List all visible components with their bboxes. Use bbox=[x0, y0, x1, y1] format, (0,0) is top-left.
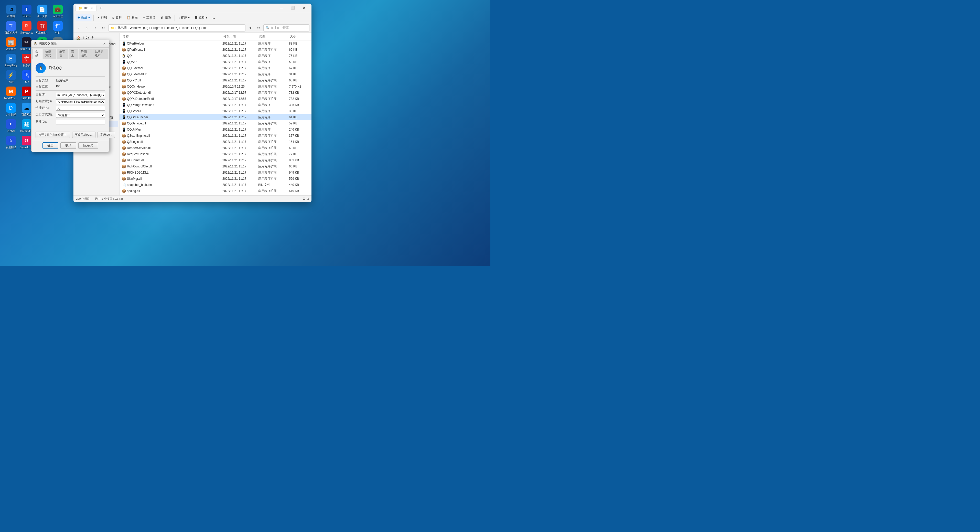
more-btn[interactable]: ... bbox=[210, 15, 217, 21]
table-row[interactable]: 📦 RequestHost.dll 2022/11/21 11:17 应用程序扩… bbox=[119, 151, 312, 157]
table-row[interactable]: 📦 QSLogic.dll 2022/11/21 11:17 应用程序扩展 16… bbox=[119, 139, 312, 145]
desktop-icon-everything[interactable]: E Everything bbox=[4, 53, 18, 68]
search-box[interactable]: 🔍 在 Bin 中搜索 bbox=[263, 24, 309, 32]
table-row[interactable]: 📱 QQScLauncher 2022/11/21 11:17 应用程序 61 … bbox=[119, 114, 312, 120]
address-refresh2-btn[interactable]: ↻ bbox=[255, 25, 262, 31]
desktop-icon-dingding[interactable]: 钉 钉钉 bbox=[51, 20, 65, 35]
desktop-icon-baidu-input[interactable]: 百 百度输入法 bbox=[4, 20, 18, 35]
sort-btn[interactable]: ↕ 排序 ▾ bbox=[177, 14, 192, 21]
ok-btn[interactable]: 确定 bbox=[43, 142, 58, 149]
table-row[interactable]: 📦 QQExternalEx 2022/11/21 11:17 应用程序 31 … bbox=[119, 71, 312, 77]
breadcrumb-c[interactable]: Windows (C:) bbox=[130, 26, 148, 30]
rename-btn[interactable]: ✏ 重命名 bbox=[141, 14, 158, 21]
folder-tab-icon: 📁 bbox=[78, 6, 83, 10]
table-row[interactable]: 📦 QPerfMon.dll 2022/11/21 11:17 应用程序扩展 6… bbox=[119, 46, 312, 53]
col-name[interactable]: 名称 bbox=[122, 34, 223, 39]
col-date[interactable]: 修改日期 bbox=[223, 34, 258, 39]
view-list-icon[interactable]: ☰ bbox=[303, 197, 305, 201]
open-location-btn[interactable]: 打开文件所在的位置(F) bbox=[36, 132, 70, 138]
table-row[interactable]: 📦 spdlog.dll 2022/11/21 11:17 应用程序扩展 649… bbox=[119, 188, 312, 194]
address-dropdown-btn[interactable]: ▾ bbox=[247, 25, 254, 31]
breadcrumb-programfiles[interactable]: Program Files (x86) bbox=[151, 26, 178, 30]
dialog-tab-detail[interactable]: 详细信息 bbox=[79, 49, 92, 59]
table-row[interactable]: 📦 SkinMgr.dll 2022/11/21 11:17 应用程序扩展 52… bbox=[119, 176, 312, 182]
desktop-icon-computer[interactable]: 🖥 此电脑 bbox=[4, 4, 18, 19]
table-row[interactable]: 📦 QQOcrHelper 2020/10/9 11:26 应用程序扩展 7,9… bbox=[119, 83, 312, 89]
up-btn[interactable]: ↑ bbox=[92, 25, 99, 31]
view-icon: ☰ bbox=[195, 16, 197, 19]
delete-btn[interactable]: 🗑 删除 bbox=[159, 14, 173, 21]
file-type: 应用程序扩展 bbox=[258, 146, 289, 150]
table-row[interactable]: 📦 RichControlOle.dll 2022/11/21 11:17 应用… bbox=[119, 163, 312, 169]
breadcrumb-bin[interactable]: Bin bbox=[203, 26, 207, 30]
desktop-icon-jinshan[interactable]: 📄 金山文档 bbox=[35, 4, 49, 19]
breadcrumb-qq[interactable]: QQ bbox=[195, 26, 200, 30]
dialog-close-btn[interactable]: ✕ bbox=[102, 41, 107, 46]
desktop-icon-sogou[interactable]: 搜 搜狗输入法 bbox=[19, 20, 33, 35]
breadcrumb-tencent[interactable]: Tencent bbox=[181, 26, 192, 30]
desktop-icon-mindmaster[interactable]: M MindMaster... bbox=[4, 86, 18, 100]
runmode-select[interactable]: 常规窗口 bbox=[56, 113, 105, 118]
file-type-icon: 📦 bbox=[122, 66, 126, 70]
table-row[interactable]: 📦 QQExternal 2022/11/21 11:17 应用程序 67 KB bbox=[119, 65, 312, 71]
view-grid-icon[interactable]: ⊞ bbox=[307, 197, 309, 201]
table-row[interactable]: 📦 QQService.dll 2022/11/21 11:17 应用程序扩展 … bbox=[119, 120, 312, 126]
copy-btn[interactable]: ⧉ 复制 bbox=[110, 14, 124, 21]
paste-btn[interactable]: 📋 粘贴 bbox=[125, 14, 140, 21]
forward-btn[interactable]: › bbox=[84, 25, 90, 31]
startdir-input[interactable] bbox=[56, 99, 105, 104]
dialog-tab-previous[interactable]: 以前的版本 bbox=[92, 49, 108, 59]
table-row[interactable]: 📱 QQSafeUD 2022/11/21 11:17 应用程序 38 KB bbox=[119, 108, 312, 114]
desktop-icon-enterprise[interactable]: 🏢 企业助手 bbox=[4, 37, 18, 51]
view-btn[interactable]: ☰ 查看 ▾ bbox=[193, 14, 209, 21]
advanced-btn[interactable]: 高级(D)... bbox=[97, 132, 115, 138]
change-icon-btn[interactable]: 更改图标(C)... bbox=[72, 132, 95, 138]
file-type-icon: 📦 bbox=[122, 152, 126, 156]
close-btn[interactable]: ✕ bbox=[299, 4, 309, 12]
table-row[interactable]: 📦 RICHED20.DLL 2022/11/21 11:17 应用程序扩展 9… bbox=[119, 169, 312, 176]
table-row[interactable]: 📦 RenderService.dll 2022/11/21 11:17 应用程… bbox=[119, 145, 312, 151]
table-row[interactable]: 📱 QQUrlMgr 2022/11/21 11:17 应用程序 246 KB bbox=[119, 126, 312, 132]
table-row[interactable]: 🐧 QQ 2022/11/21 11:17 应用程序 75 KB bbox=[119, 53, 312, 59]
new-tab-btn[interactable]: + bbox=[97, 5, 103, 11]
breadcrumb[interactable]: 📁 › 此电脑 › Windows (C:) › Program Files (… bbox=[108, 24, 245, 32]
desktop-icon-youdao[interactable]: 有 网易有道词典 bbox=[35, 20, 49, 35]
desktop-icon-daniu[interactable]: D 大牛翻译 bbox=[4, 102, 18, 117]
back-btn[interactable]: ‹ bbox=[75, 25, 82, 31]
explorer-tab-bin[interactable]: 📁 Bin ✕ bbox=[75, 5, 97, 11]
desktop-icon-baiduai[interactable]: AI 百度AI bbox=[4, 118, 18, 134]
hotkey-input[interactable] bbox=[56, 106, 105, 111]
table-row[interactable]: 📦 QQPCDetector.dll 2022/10/17 12:57 应用程序… bbox=[119, 89, 312, 96]
desktop-icon-xunlei[interactable]: ⚡ 迅雷 bbox=[4, 69, 18, 84]
dialog-tab-general[interactable]: 常规 bbox=[32, 49, 42, 59]
table-row[interactable]: 📦 QScanEngine.dll 2022/11/21 11:17 应用程序扩… bbox=[119, 132, 312, 139]
dialog-tab-shortcut[interactable]: 快捷方式 bbox=[43, 49, 56, 59]
table-row[interactable]: 📄 snapshot_blob.bin 2022/11/21 11:17 BIN… bbox=[119, 182, 312, 188]
table-row[interactable]: 📦 QQIPC.dll 2022/11/21 11:17 应用程序扩展 65 K… bbox=[119, 77, 312, 83]
desktop-icon-baidutrans[interactable]: 百 百度翻译 bbox=[4, 135, 18, 150]
maximize-btn[interactable]: ⬜ bbox=[288, 4, 298, 12]
statusbar-right: ☰ ⊞ bbox=[303, 197, 309, 201]
desktop-icon-wecom[interactable]: 💼 企业微信 bbox=[51, 4, 65, 19]
new-btn[interactable]: ✚ 新建 ▾ bbox=[75, 14, 92, 21]
dialog-tab-compat[interactable]: 兼容性 bbox=[57, 49, 68, 59]
table-row[interactable]: 📦 RHComm.dll 2022/11/21 11:17 应用程序扩展 833… bbox=[119, 157, 312, 163]
desktop-icon-todesk[interactable]: T ToDesk bbox=[19, 4, 33, 19]
file-name-cell: 📦 spdlog.dll bbox=[122, 189, 223, 193]
cancel-btn[interactable]: 取消 bbox=[60, 142, 76, 149]
minimize-btn[interactable]: — bbox=[276, 4, 287, 12]
breadcrumb-pc[interactable]: 此电脑 bbox=[118, 25, 127, 30]
table-row[interactable]: 📱 QQApp 2022/11/21 11:17 应用程序 59 KB bbox=[119, 59, 312, 65]
table-row[interactable]: 📱 QPerfHelper 2022/11/21 11:17 应用程序 88 K… bbox=[119, 40, 312, 46]
col-type[interactable]: 类型 bbox=[258, 34, 289, 39]
target-input[interactable] bbox=[56, 93, 105, 97]
table-row[interactable]: 📱 QQPcmgrDownload 2022/11/21 11:17 应用程序 … bbox=[119, 102, 312, 108]
tab-close-btn[interactable]: ✕ bbox=[89, 6, 94, 10]
refresh-btn[interactable]: ↻ bbox=[100, 25, 107, 31]
comment-input[interactable] bbox=[56, 120, 105, 124]
dialog-tab-security[interactable]: 安全 bbox=[68, 49, 78, 59]
cut-btn[interactable]: ✂ 剪切 bbox=[95, 14, 109, 21]
apply-btn[interactable]: 应用(A) bbox=[78, 142, 98, 149]
col-size[interactable]: 大小 bbox=[289, 34, 309, 39]
table-row[interactable]: 📦 QQPcDetectorEx.dll 2022/10/17 12:57 应用… bbox=[119, 96, 312, 102]
